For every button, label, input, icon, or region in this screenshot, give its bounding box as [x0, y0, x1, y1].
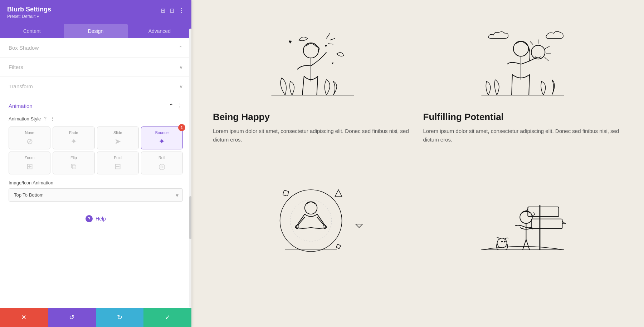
anim-fold-label: Fold: [114, 155, 121, 160]
animation-content: Animation Style ? ⋮ None ⊘ Fade ✦ Slide …: [0, 116, 191, 209]
anim-zoom-icon: ⊞: [26, 162, 33, 171]
transform-label: Transform: [9, 83, 33, 89]
svg-rect-28: [336, 244, 341, 248]
direction-select[interactable]: Top To Bottom Bottom To Top Left To Righ…: [9, 188, 183, 202]
svg-point-36: [497, 238, 507, 248]
anim-bounce-icon: ✦: [158, 137, 165, 146]
animation-help-icon[interactable]: ?: [44, 116, 47, 122]
panel-header: Blurb Settings Preset: Default ▾ ⊞ ⊡ ⋮: [0, 0, 191, 24]
svg-rect-40: [528, 207, 559, 216]
anim-flip[interactable]: Flip ⧉: [53, 152, 94, 174]
svg-line-15: [529, 74, 530, 95]
svg-point-16: [531, 45, 545, 59]
animation-section-icons: ⌃ ⋮: [169, 103, 183, 109]
tab-design[interactable]: Design: [64, 24, 127, 38]
svg-line-3: [302, 76, 304, 95]
anim-bounce-badge: 1: [178, 124, 185, 131]
preset-arrow-icon[interactable]: ▾: [37, 14, 39, 19]
box-shadow-chevron: ⌃: [179, 45, 183, 51]
animation-collapse-icon[interactable]: ⌃: [169, 103, 174, 109]
animation-style-header: Animation Style ? ⋮: [9, 116, 183, 122]
anim-fade-label: Fade: [69, 130, 78, 135]
anim-fade[interactable]: Fade ✦: [53, 127, 94, 149]
anim-fade-icon: ✦: [70, 137, 77, 146]
svg-line-4: [317, 76, 318, 95]
settings-panel: Blurb Settings Preset: Default ▾ ⊞ ⊡ ⋮ C…: [0, 0, 191, 327]
svg-line-10: [328, 44, 333, 44]
anim-roll-label: Roll: [158, 155, 165, 160]
anim-zoom-label: Zoom: [25, 155, 35, 160]
cancel-button[interactable]: ✕: [0, 308, 48, 327]
help-circle-icon: ?: [86, 215, 93, 222]
main-content: ♥ ♥ ♥ Being Happy Lorem ipsum dolor sit …: [191, 0, 644, 327]
svg-line-14: [512, 74, 512, 95]
anim-flip-icon: ⧉: [71, 162, 77, 171]
scrollbar[interactable]: [189, 29, 191, 308]
card1-title: Being Happy: [213, 112, 413, 123]
panel-title: Blurb Settings: [7, 6, 51, 13]
filters-section[interactable]: Filters ∨: [0, 58, 191, 77]
tab-content[interactable]: Content: [0, 24, 64, 38]
panel-body: Box Shadow ⌃ Filters ∨ Transform ∨ Anima…: [0, 38, 191, 308]
svg-point-24: [290, 200, 331, 241]
anim-none-icon: ⊘: [26, 137, 33, 146]
anim-fold-icon: ⊟: [114, 162, 121, 171]
transform-chevron: ∨: [179, 84, 183, 89]
undo-button[interactable]: ↺: [48, 308, 96, 327]
scroll-thumb: [189, 196, 191, 239]
box-shadow-section[interactable]: Box Shadow ⌃: [0, 38, 191, 58]
svg-point-12: [513, 41, 528, 56]
animation-section[interactable]: Animation ⌃ ⋮: [0, 96, 191, 116]
anim-none-label: None: [25, 130, 34, 135]
card1-text: Lorem ipsum dolor sit amet, consectetur …: [213, 127, 413, 144]
svg-text:♥: ♥: [325, 44, 327, 48]
svg-line-47: [526, 239, 530, 250]
panel-footer: ✕ ↺ ↻ ✓: [0, 308, 191, 327]
help-section[interactable]: ? Help: [0, 209, 191, 229]
anim-bounce[interactable]: 1 Bounce ✦: [141, 127, 183, 149]
card-being-happy: ♥ ♥ ♥ Being Happy Lorem ipsum dolor sit …: [213, 14, 413, 158]
svg-line-9: [330, 38, 335, 40]
filters-chevron: ∨: [179, 64, 183, 70]
split-icon[interactable]: ⊡: [170, 7, 174, 14]
svg-marker-43: [562, 221, 566, 224]
more-options-icon[interactable]: ⋮: [179, 7, 184, 14]
card2-text: Lorem ipsum dolor sit amet, consectetur …: [423, 127, 623, 144]
anim-roll[interactable]: Roll ◎: [141, 152, 183, 174]
anim-none[interactable]: None ⊘: [9, 127, 50, 149]
transform-section[interactable]: Transform ∨: [0, 77, 191, 96]
save-button[interactable]: ✓: [143, 308, 191, 327]
fulfilling-potential-illustration: [423, 14, 623, 107]
redo-button[interactable]: ↻: [96, 308, 144, 327]
svg-point-38: [504, 241, 506, 242]
anim-bounce-label: Bounce: [155, 130, 169, 135]
svg-line-8: [326, 33, 330, 38]
card-meditation: [213, 169, 413, 313]
anim-roll-icon: ◎: [158, 162, 165, 171]
svg-point-23: [280, 189, 342, 251]
filters-label: Filters: [9, 64, 23, 70]
svg-text:♥: ♥: [332, 61, 334, 65]
svg-line-20: [545, 57, 549, 61]
being-happy-illustration: ♥ ♥ ♥: [213, 14, 413, 107]
box-shadow-label: Box Shadow: [9, 45, 39, 51]
svg-point-29: [305, 202, 317, 214]
header-left: Blurb Settings Preset: Default ▾: [7, 6, 51, 19]
card-fulfilling-potential: Fulfilling Potential Lorem ipsum dolor s…: [423, 14, 623, 158]
anim-slide[interactable]: Slide ➤: [97, 127, 139, 149]
fullscreen-icon[interactable]: ⊞: [161, 7, 165, 14]
svg-line-18: [545, 46, 550, 49]
anim-fold[interactable]: Fold ⊟: [97, 152, 139, 174]
animation-dots-icon[interactable]: ⋮: [50, 116, 55, 122]
svg-line-22: [530, 41, 533, 45]
anim-zoom[interactable]: Zoom ⊞: [9, 152, 50, 174]
animation-options-icon[interactable]: ⋮: [177, 103, 183, 109]
svg-marker-27: [356, 224, 362, 228]
svg-marker-25: [335, 189, 342, 196]
preset-label: Preset: Default ▾: [7, 14, 51, 19]
svg-line-49: [534, 212, 535, 215]
svg-line-46: [523, 239, 526, 250]
tab-advanced[interactable]: Advanced: [128, 24, 191, 38]
animation-style-text: Animation Style: [9, 116, 41, 122]
card2-title: Fulfilling Potential: [423, 112, 623, 123]
